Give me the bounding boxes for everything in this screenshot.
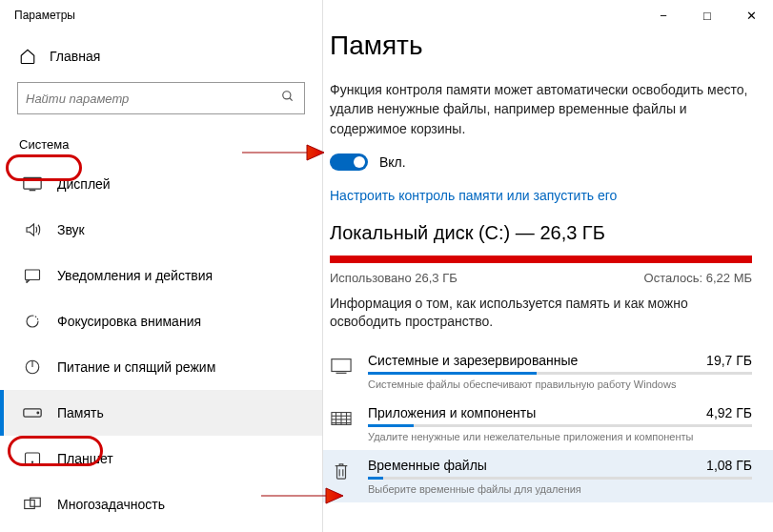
- storage-icon: [23, 403, 42, 422]
- svg-line-1: [290, 98, 293, 101]
- nav-label: Планшет: [57, 451, 113, 466]
- configure-storage-sense-link[interactable]: Настроить контроль памяти или запустить …: [330, 188, 752, 203]
- nav-storage[interactable]: Память: [0, 390, 322, 436]
- nav-sound[interactable]: Звук: [0, 207, 322, 253]
- svg-rect-12: [31, 498, 41, 506]
- toggle-label: Вкл.: [379, 154, 406, 170]
- minimize-button[interactable]: −: [641, 0, 685, 31]
- nav-label: Память: [57, 405, 104, 420]
- notification-icon: [23, 266, 42, 285]
- nav-label: Фокусировка внимания: [57, 314, 201, 329]
- nav-notifications[interactable]: Уведомления и действия: [0, 253, 322, 298]
- storage-sense-description: Функция контроля памяти может автоматиче…: [330, 80, 752, 138]
- storage-item-temp[interactable]: Временные файлы1,08 ГБ Выберите временны…: [322, 450, 773, 502]
- tablet-icon: [23, 449, 42, 468]
- maximize-button[interactable]: □: [685, 0, 729, 31]
- search-input[interactable]: [26, 92, 281, 106]
- multitask-icon: [23, 495, 42, 514]
- nav-power[interactable]: Питание и спящий режим: [0, 344, 322, 390]
- nav-multitask[interactable]: Многозадачность: [0, 481, 322, 527]
- page-title: Память: [330, 31, 752, 61]
- svg-rect-13: [332, 359, 351, 372]
- item-name: Приложения и компоненты: [368, 405, 536, 420]
- item-size: 1,08 ГБ: [706, 458, 752, 473]
- svg-point-10: [31, 461, 32, 462]
- power-icon: [23, 358, 42, 377]
- home-nav[interactable]: Главная: [0, 40, 322, 72]
- nav-display[interactable]: Дисплей: [0, 161, 322, 207]
- storage-sense-toggle[interactable]: [330, 153, 368, 171]
- sound-icon: [23, 220, 42, 239]
- nav-label: Питание и спящий режим: [57, 359, 215, 375]
- nav-label: Звук: [57, 222, 85, 237]
- used-label: Использовано 26,3 ГБ: [330, 271, 458, 285]
- item-sub: Системные файлы обеспечивают правильную …: [368, 379, 752, 390]
- window-title: Параметры: [14, 9, 75, 22]
- storage-item-apps[interactable]: Приложения и компоненты4,92 ГБ Удалите н…: [330, 398, 752, 450]
- trash-icon: [330, 460, 353, 482]
- close-button[interactable]: ✕: [729, 0, 773, 31]
- display-icon: [23, 174, 42, 194]
- item-sub: Удалите ненужные или нежелательные прило…: [368, 431, 752, 442]
- svg-point-0: [283, 92, 291, 99]
- category-header: Система: [0, 128, 322, 161]
- svg-rect-11: [25, 501, 35, 509]
- apps-icon: [330, 407, 353, 430]
- nav-label: Дисплей: [57, 176, 111, 192]
- nav-focus[interactable]: Фокусировка внимания: [0, 298, 322, 344]
- free-label: Осталось: 6,22 МБ: [644, 271, 752, 285]
- nav-label: Уведомления и действия: [57, 268, 213, 283]
- disk-title: Локальный диск (C:) — 26,3 ГБ: [330, 222, 752, 244]
- svg-rect-2: [24, 177, 41, 189]
- nav-tablet[interactable]: Планшет: [0, 436, 322, 481]
- info-text: Информация о том, как используется памят…: [330, 295, 752, 332]
- item-sub: Выберите временные файлы для удаления: [368, 483, 752, 495]
- search-box[interactable]: [17, 82, 305, 114]
- svg-rect-4: [26, 270, 40, 280]
- home-icon: [19, 48, 36, 65]
- item-name: Временные файлы: [368, 458, 487, 473]
- svg-point-8: [37, 412, 39, 414]
- item-size: 19,7 ГБ: [706, 353, 752, 368]
- nav-label: Многозадачность: [57, 497, 165, 512]
- item-size: 4,92 ГБ: [706, 405, 752, 420]
- item-name: Системные и зарезервированные: [368, 353, 578, 368]
- search-icon: [281, 90, 296, 107]
- system-icon: [330, 355, 353, 378]
- focus-icon: [23, 312, 42, 331]
- home-label: Главная: [50, 49, 100, 64]
- storage-item-system[interactable]: Системные и зарезервированные19,7 ГБ Сис…: [330, 345, 752, 398]
- disk-usage-bar: [330, 256, 752, 263]
